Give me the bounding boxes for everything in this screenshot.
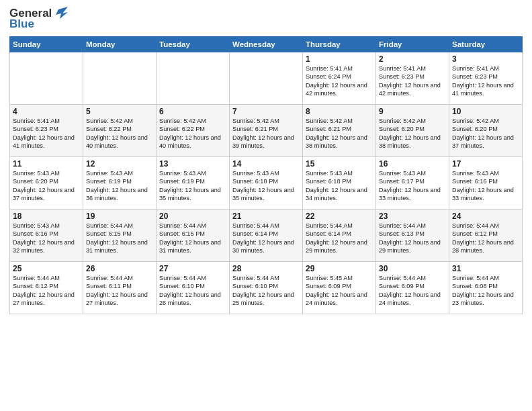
calendar-cell: 7Sunrise: 5:42 AM Sunset: 6:21 PM Daylig… (230, 105, 303, 157)
calendar-cell (83, 52, 157, 105)
day-number: 25 (13, 264, 80, 273)
calendar-cell (10, 52, 83, 105)
cell-content: Sunrise: 5:42 AM Sunset: 6:21 PM Dayligh… (232, 117, 300, 150)
calendar-cell: 27Sunrise: 5:44 AM Sunset: 6:10 PM Dayli… (157, 262, 230, 314)
calendar-cell: 25Sunrise: 5:44 AM Sunset: 6:12 PM Dayli… (10, 262, 83, 314)
cell-content: Sunrise: 5:41 AM Sunset: 6:23 PM Dayligh… (452, 64, 519, 98)
calendar-cell: 29Sunrise: 5:45 AM Sunset: 6:09 PM Dayli… (303, 262, 376, 314)
day-number: 19 (86, 212, 153, 221)
calendar-cell: 24Sunrise: 5:44 AM Sunset: 6:12 PM Dayli… (449, 210, 523, 262)
cell-content: Sunrise: 5:44 AM Sunset: 6:10 PM Dayligh… (159, 274, 226, 308)
calendar-cell: 3Sunrise: 5:41 AM Sunset: 6:23 PM Daylig… (449, 52, 523, 105)
calendar-cell: 9Sunrise: 5:42 AM Sunset: 6:20 PM Daylig… (376, 105, 449, 157)
calendar-cell: 16Sunrise: 5:43 AM Sunset: 6:17 PM Dayli… (376, 157, 449, 210)
calendar-cell: 22Sunrise: 5:44 AM Sunset: 6:14 PM Dayli… (303, 210, 376, 262)
cell-content: Sunrise: 5:44 AM Sunset: 6:15 PM Dayligh… (86, 222, 153, 255)
header-row: SundayMondayTuesdayWednesdayThursdayFrid… (10, 37, 523, 52)
cell-content: Sunrise: 5:44 AM Sunset: 6:12 PM Dayligh… (13, 274, 80, 308)
calendar-cell: 23Sunrise: 5:44 AM Sunset: 6:13 PM Dayli… (376, 210, 449, 262)
day-number: 28 (232, 264, 300, 273)
logo-bird-icon (53, 7, 68, 20)
day-number: 9 (379, 107, 446, 116)
cell-content: Sunrise: 5:44 AM Sunset: 6:14 PM Dayligh… (306, 222, 373, 255)
calendar-cell: 20Sunrise: 5:44 AM Sunset: 6:15 PM Dayli… (157, 210, 230, 262)
day-number: 15 (306, 159, 373, 169)
day-number: 22 (306, 212, 373, 221)
cell-content: Sunrise: 5:42 AM Sunset: 6:22 PM Dayligh… (159, 117, 226, 150)
cell-content: Sunrise: 5:43 AM Sunset: 6:20 PM Dayligh… (13, 169, 80, 203)
cell-content: Sunrise: 5:42 AM Sunset: 6:20 PM Dayligh… (379, 117, 446, 150)
day-number: 3 (452, 54, 519, 64)
col-header-saturday: Saturday (449, 37, 523, 52)
week-row-1: 1Sunrise: 5:41 AM Sunset: 6:24 PM Daylig… (10, 52, 523, 105)
cell-content: Sunrise: 5:42 AM Sunset: 6:21 PM Dayligh… (306, 117, 373, 150)
day-number: 18 (13, 212, 80, 221)
week-row-5: 25Sunrise: 5:44 AM Sunset: 6:12 PM Dayli… (10, 262, 523, 314)
day-number: 21 (232, 212, 300, 221)
col-header-friday: Friday (376, 37, 449, 52)
cell-content: Sunrise: 5:43 AM Sunset: 6:19 PM Dayligh… (86, 169, 153, 203)
calendar-cell: 14Sunrise: 5:43 AM Sunset: 6:18 PM Dayli… (230, 157, 303, 210)
cell-content: Sunrise: 5:42 AM Sunset: 6:20 PM Dayligh… (452, 117, 519, 150)
calendar-cell: 8Sunrise: 5:42 AM Sunset: 6:21 PM Daylig… (303, 105, 376, 157)
calendar-cell: 1Sunrise: 5:41 AM Sunset: 6:24 PM Daylig… (303, 52, 376, 105)
calendar-cell: 18Sunrise: 5:43 AM Sunset: 6:16 PM Dayli… (10, 210, 83, 262)
cell-content: Sunrise: 5:44 AM Sunset: 6:12 PM Dayligh… (452, 222, 519, 255)
cell-content: Sunrise: 5:44 AM Sunset: 6:08 PM Dayligh… (452, 274, 519, 308)
day-number: 23 (379, 212, 446, 221)
day-number: 2 (379, 54, 446, 64)
day-number: 1 (306, 54, 373, 64)
cell-content: Sunrise: 5:43 AM Sunset: 6:19 PM Dayligh… (159, 169, 226, 203)
calendar-cell: 5Sunrise: 5:42 AM Sunset: 6:22 PM Daylig… (83, 105, 157, 157)
calendar-cell: 26Sunrise: 5:44 AM Sunset: 6:11 PM Dayli… (83, 262, 157, 314)
header: General Blue (9, 7, 523, 31)
cell-content: Sunrise: 5:42 AM Sunset: 6:22 PM Dayligh… (86, 117, 153, 150)
calendar-cell (230, 52, 303, 105)
day-number: 6 (159, 107, 226, 116)
col-header-sunday: Sunday (10, 37, 83, 52)
col-header-monday: Monday (83, 37, 157, 52)
col-header-wednesday: Wednesday (230, 37, 303, 52)
day-number: 7 (232, 107, 300, 116)
calendar-cell: 21Sunrise: 5:44 AM Sunset: 6:14 PM Dayli… (230, 210, 303, 262)
cell-content: Sunrise: 5:44 AM Sunset: 6:10 PM Dayligh… (232, 274, 300, 308)
cell-content: Sunrise: 5:41 AM Sunset: 6:24 PM Dayligh… (306, 64, 373, 98)
day-number: 29 (306, 264, 373, 273)
cell-content: Sunrise: 5:41 AM Sunset: 6:23 PM Dayligh… (13, 117, 80, 150)
cell-content: Sunrise: 5:43 AM Sunset: 6:16 PM Dayligh… (452, 169, 519, 203)
day-number: 14 (232, 159, 300, 169)
day-number: 17 (452, 159, 519, 169)
cell-content: Sunrise: 5:44 AM Sunset: 6:14 PM Dayligh… (232, 222, 300, 255)
day-number: 26 (86, 264, 153, 273)
day-number: 10 (452, 107, 519, 116)
cell-content: Sunrise: 5:44 AM Sunset: 6:15 PM Dayligh… (159, 222, 226, 255)
day-number: 8 (306, 107, 373, 116)
cell-content: Sunrise: 5:43 AM Sunset: 6:16 PM Dayligh… (13, 222, 80, 255)
cell-content: Sunrise: 5:43 AM Sunset: 6:17 PM Dayligh… (379, 169, 446, 203)
day-number: 5 (86, 107, 153, 116)
calendar-cell: 15Sunrise: 5:43 AM Sunset: 6:18 PM Dayli… (303, 157, 376, 210)
cell-content: Sunrise: 5:45 AM Sunset: 6:09 PM Dayligh… (306, 274, 373, 308)
main-container: General Blue SundayMondayTuesdayWednesda… (0, 0, 532, 320)
day-number: 12 (86, 159, 153, 169)
calendar-cell: 4Sunrise: 5:41 AM Sunset: 6:23 PM Daylig… (10, 105, 83, 157)
cell-content: Sunrise: 5:43 AM Sunset: 6:18 PM Dayligh… (306, 169, 373, 203)
cell-content: Sunrise: 5:43 AM Sunset: 6:18 PM Dayligh… (232, 169, 300, 203)
day-number: 13 (159, 159, 226, 169)
calendar-cell: 2Sunrise: 5:41 AM Sunset: 6:23 PM Daylig… (376, 52, 449, 105)
week-row-3: 11Sunrise: 5:43 AM Sunset: 6:20 PM Dayli… (10, 157, 523, 210)
calendar-cell: 30Sunrise: 5:44 AM Sunset: 6:09 PM Dayli… (376, 262, 449, 314)
calendar-cell: 31Sunrise: 5:44 AM Sunset: 6:08 PM Dayli… (449, 262, 523, 314)
calendar-cell: 17Sunrise: 5:43 AM Sunset: 6:16 PM Dayli… (449, 157, 523, 210)
day-number: 16 (379, 159, 446, 169)
calendar-cell: 13Sunrise: 5:43 AM Sunset: 6:19 PM Dayli… (157, 157, 230, 210)
col-header-thursday: Thursday (303, 37, 376, 52)
col-header-tuesday: Tuesday (157, 37, 230, 52)
logo-blue: Blue (9, 17, 34, 31)
day-number: 20 (159, 212, 226, 221)
calendar-cell: 10Sunrise: 5:42 AM Sunset: 6:20 PM Dayli… (449, 105, 523, 157)
cell-content: Sunrise: 5:44 AM Sunset: 6:09 PM Dayligh… (379, 274, 446, 308)
calendar-cell: 12Sunrise: 5:43 AM Sunset: 6:19 PM Dayli… (83, 157, 157, 210)
calendar-cell: 19Sunrise: 5:44 AM Sunset: 6:15 PM Dayli… (83, 210, 157, 262)
svg-marker-0 (56, 7, 68, 19)
